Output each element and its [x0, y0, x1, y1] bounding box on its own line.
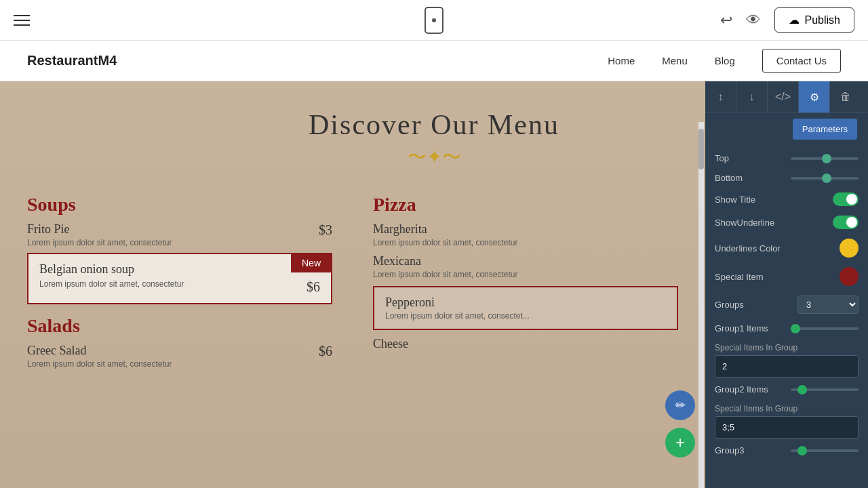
mobile-preview-icon[interactable] [425, 7, 443, 34]
list-item: Margherita Lorem ipsum dolor sit amet, c… [373, 222, 678, 247]
panel-toolbar: ↕ ↓ </> ⚙ 🗑 [705, 81, 868, 113]
left-column: Soups Frito Pie Lorem ipsum dolor sit am… [27, 187, 332, 374]
top-bar-right: ↩ 👁 ☁ Publish [720, 7, 854, 33]
nav-home[interactable]: Home [608, 55, 635, 66]
scrollbar-thumb[interactable] [698, 129, 704, 169]
right-panel: ↕ ↓ </> ⚙ 🗑 Parameters Top Bottom [705, 81, 868, 488]
show-underline-label: ShowUnderline [715, 218, 774, 228]
item-desc: Lorem ipsum dolor sit amet, consectetur [39, 279, 184, 289]
publish-button[interactable]: ☁ Publish [774, 7, 854, 33]
edit-icon: ✏ [675, 398, 686, 413]
group1-slider[interactable] [791, 327, 859, 330]
publish-label: Publish [805, 14, 840, 26]
item-desc: Lorem ipsum dolor sit amet, consectetur [373, 270, 678, 279]
top-label: Top [715, 153, 729, 163]
list-item: Frito Pie Lorem ipsum dolor sit amet, co… [27, 222, 332, 247]
right-column: Pizza Margherita Lorem ipsum dolor sit a… [373, 187, 678, 374]
special-item-row: Special Item [715, 267, 859, 286]
group2-slider[interactable] [791, 388, 859, 391]
top-bar: ↩ 👁 ☁ Publish [0, 0, 868, 41]
groups-row: Groups 12345 [715, 296, 859, 314]
menu-grid: Soups Frito Pie Lorem ipsum dolor sit am… [27, 187, 678, 374]
fab-edit-button[interactable]: ✏ [665, 390, 695, 420]
bottom-row: Bottom [715, 173, 859, 183]
item-price: $6 [319, 344, 332, 359]
item-desc: Lorem ipsum dolor sit amet, consectetur [27, 238, 172, 247]
group3-slider[interactable] [791, 449, 859, 452]
group1-special-section: Special Items In Group [715, 343, 859, 384]
top-bar-center [425, 7, 443, 34]
preview-button[interactable]: 👁 [746, 12, 761, 29]
group3-row: Group3 [715, 445, 859, 455]
item-desc: Lorem ipsum dolor sit amet, consectetur [27, 359, 172, 369]
site-header: RestaurantM4 Home Menu Blog Contact Us [0, 41, 868, 81]
list-item: Cheese [373, 337, 678, 351]
top-slider[interactable] [791, 157, 859, 160]
code-icon[interactable]: </> [768, 81, 799, 113]
site-logo: RestaurantM4 [27, 53, 117, 68]
item-price: $6 [307, 279, 320, 295]
soups-title: Soups [27, 194, 332, 216]
list-item: Mexicana Lorem ipsum dolor sit amet, con… [373, 254, 678, 279]
groups-label: Groups [715, 300, 744, 310]
bottom-slider[interactable] [791, 177, 859, 180]
top-bar-left [14, 15, 30, 26]
fab-add-button[interactable]: + [665, 428, 695, 458]
show-title-toggle[interactable] [833, 192, 859, 206]
show-title-row: Show Title [715, 192, 859, 206]
add-icon: + [675, 433, 685, 452]
params-label: Parameters [802, 124, 848, 134]
hamburger-menu[interactable] [14, 15, 30, 26]
group3-label: Group3 [715, 445, 744, 455]
salads-title: Salads [27, 315, 332, 337]
special-item-box: New Belgian onion soup Lorem ipsum dolor… [27, 253, 332, 304]
underlines-color-label: Underlines Color [715, 243, 781, 253]
download-icon[interactable]: ↓ [736, 81, 768, 113]
nav-blog[interactable]: Blog [715, 55, 735, 66]
group1-row: Group1 Items [715, 323, 859, 333]
bottom-label: Bottom [715, 173, 743, 183]
group1-special-input[interactable] [715, 355, 859, 378]
item-price: $3 [319, 222, 332, 238]
item-name: Greec Salad [27, 344, 172, 358]
list-item: Greec Salad Lorem ipsum dolor sit amet, … [27, 344, 332, 369]
group1-special-label: Special Items In Group [715, 343, 859, 352]
item-name: Pepperoni [385, 296, 666, 310]
parameters-button[interactable]: Parameters [793, 119, 857, 140]
main-area: Discover Our Menu 〜✦〜 Soups Frito Pie Lo… [0, 81, 868, 488]
undo-button[interactable]: ↩ [720, 12, 732, 29]
group2-special-input[interactable] [715, 416, 859, 439]
move-icon[interactable]: ↕ [705, 81, 736, 113]
settings-icon[interactable]: ⚙ [799, 81, 830, 113]
item-name: Cheese [373, 337, 678, 351]
panel-body: Top Bottom Show Title ShowUnderline [705, 146, 868, 472]
special-pizza-box: Pepperoni Lorem ipsum dolor sit amet, co… [373, 286, 678, 330]
group2-row: Group2 Items [715, 384, 859, 394]
special-item-label: Special Item [715, 272, 764, 282]
item-name: Belgian onion soup [39, 262, 320, 277]
group2-special-section: Special Items In Group [715, 404, 859, 445]
item-name: Mexicana [373, 254, 678, 268]
underlines-color-row: Underlines Color [715, 239, 859, 258]
top-row: Top [715, 153, 859, 163]
show-underline-toggle[interactable] [833, 216, 859, 229]
pizza-title: Pizza [373, 194, 678, 216]
groups-select[interactable]: 12345 [797, 296, 859, 314]
group1-label: Group1 Items [715, 323, 768, 333]
group2-special-label: Special Items In Group [715, 404, 859, 413]
item-name: Margherita [373, 222, 678, 237]
item-desc: Lorem ipsum dolor sit amet, consectet... [385, 311, 666, 321]
nav-menu[interactable]: Menu [662, 55, 688, 66]
delete-icon[interactable]: 🗑 [830, 81, 861, 113]
site-nav: Home Menu Blog Contact Us [608, 49, 841, 73]
special-item-color-picker[interactable] [840, 267, 859, 286]
item-desc: Lorem ipsum dolor sit amet, consectetur [373, 238, 678, 247]
group2-label: Group2 Items [715, 384, 768, 394]
publish-cloud-icon: ☁ [789, 14, 800, 26]
nav-contact[interactable]: Contact Us [762, 49, 841, 73]
underlines-color-picker[interactable] [840, 239, 859, 258]
new-badge: New [291, 253, 332, 272]
show-title-label: Show Title [715, 195, 755, 205]
item-name: Frito Pie [27, 222, 172, 237]
scrollbar[interactable] [698, 122, 704, 488]
